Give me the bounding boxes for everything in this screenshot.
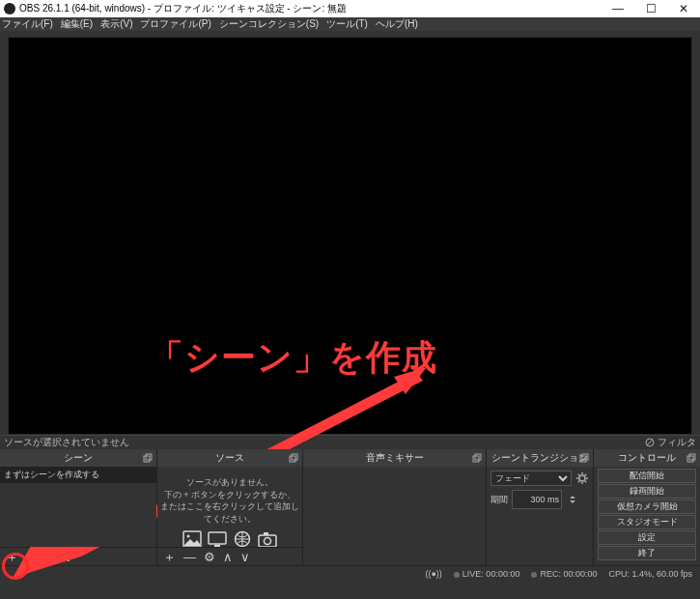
controls-panel: コントロール 配信開始 録画開始 仮想カメラ開始 スタジオモード 設定 終了 xyxy=(594,449,700,565)
svg-point-22 xyxy=(579,475,585,481)
svg-rect-20 xyxy=(580,456,586,462)
sources-list[interactable]: ソースがありません。 下の + ボタンをクリックするか、 またはここを右クリック… xyxy=(157,467,302,547)
status-bar: ((●)) LIVE: 00:00:00 REC: 00:00:00 CPU: … xyxy=(0,565,700,582)
svg-rect-18 xyxy=(473,456,479,462)
menubar: ファイル(F) 編集(E) 表示(V) プロファイル(P) シーンコレクション(… xyxy=(0,17,700,31)
menu-help[interactable]: ヘルプ(H) xyxy=(376,17,418,31)
filter-icon xyxy=(645,438,655,447)
maximize-button[interactable]: ☐ xyxy=(634,0,667,17)
sources-empty-2: 下の + ボタンをクリックするか、 xyxy=(157,489,302,501)
start-streaming-button[interactable]: 配信開始 xyxy=(598,469,696,483)
scenes-panel: シーン まずはシーンを作成する ＋ — ∧ ∨ xyxy=(0,449,157,565)
scene-down-button[interactable]: ∨ xyxy=(64,551,73,563)
menu-file[interactable]: ファイル(F) xyxy=(2,17,53,31)
sources-empty-1: ソースがありません。 xyxy=(157,476,302,489)
controls-header[interactable]: コントロール xyxy=(594,449,700,467)
menu-view[interactable]: 表示(V) xyxy=(100,17,132,31)
annotation-text: 「シーン」を作成 xyxy=(149,334,437,382)
duration-stepper[interactable] xyxy=(566,493,579,506)
svg-rect-9 xyxy=(292,454,297,460)
sources-toolbar: ＋ — ⚙ ∧ ∨ xyxy=(157,547,302,565)
window-title: OBS 26.1.1 (64-bit, windows) - プロファイル: ツ… xyxy=(19,2,602,15)
duration-input[interactable] xyxy=(512,490,562,509)
source-down-button[interactable]: ∨ xyxy=(240,551,250,563)
svg-line-27 xyxy=(578,474,579,475)
sources-header[interactable]: ソース xyxy=(157,449,302,467)
exit-button[interactable]: 終了 xyxy=(598,546,696,560)
svg-point-11 xyxy=(187,535,190,538)
popout-icon[interactable] xyxy=(686,453,696,463)
menu-tools[interactable]: ツール(T) xyxy=(326,17,368,31)
titlebar: OBS 26.1.1 (64-bit, windows) - プロファイル: ツ… xyxy=(0,0,700,17)
source-add-button[interactable]: ＋ xyxy=(163,551,176,563)
source-up-button[interactable]: ∧ xyxy=(223,551,233,563)
cpu-fps: CPU: 1.4%, 60.00 fps xyxy=(608,569,692,579)
obs-window: OBS 26.1.1 (64-bit, windows) - プロファイル: ツ… xyxy=(0,0,700,599)
obs-logo-icon xyxy=(4,3,15,14)
source-settings-button[interactable]: ⚙ xyxy=(204,551,215,563)
svg-line-28 xyxy=(585,481,586,482)
duration-label: 期間 xyxy=(490,494,508,506)
start-virtual-cam-button[interactable]: 仮想カメラ開始 xyxy=(598,499,696,514)
no-source-label: ソースが選択されていません xyxy=(4,436,129,449)
svg-rect-32 xyxy=(689,454,695,460)
preview-statusline: ソースが選択されていません フィルタ xyxy=(0,435,700,449)
transition-settings-button[interactable] xyxy=(575,471,589,485)
scenes-toolbar: ＋ — ∧ ∨ xyxy=(0,547,156,565)
svg-rect-31 xyxy=(687,456,693,462)
stream-indicator-icon: ((●)) xyxy=(425,569,441,579)
menu-profile[interactable]: プロファイル(P) xyxy=(140,17,210,31)
display-source-icon xyxy=(208,530,227,547)
scenes-list[interactable] xyxy=(0,483,156,547)
rec-timer: REC: 00:00:00 xyxy=(531,569,597,579)
sources-type-icons xyxy=(157,530,302,547)
scene-add-button[interactable]: ＋ xyxy=(6,551,18,563)
filter-label: フィルタ xyxy=(658,436,696,449)
svg-rect-19 xyxy=(475,454,481,460)
scene-up-button[interactable]: ∧ xyxy=(46,551,56,563)
transitions-header[interactable]: シーントランジション xyxy=(487,449,593,467)
scene-remove-button[interactable]: — xyxy=(26,551,39,563)
popout-icon[interactable] xyxy=(472,453,482,463)
popout-icon[interactable] xyxy=(143,453,153,463)
svg-line-29 xyxy=(578,481,579,482)
start-recording-button[interactable]: 録画開始 xyxy=(598,484,696,499)
studio-mode-button[interactable]: スタジオモード xyxy=(598,515,696,529)
svg-line-30 xyxy=(585,474,586,475)
svg-rect-8 xyxy=(290,456,295,462)
transitions-panel: シーントランジション フェード 期間 xyxy=(487,449,594,565)
svg-rect-13 xyxy=(214,545,220,547)
sources-empty-3: またはここを右クリックして追加してください。 xyxy=(157,500,302,525)
svg-rect-16 xyxy=(264,532,268,535)
mixer-body[interactable] xyxy=(303,467,486,565)
image-source-icon xyxy=(182,530,202,547)
docks: シーン まずはシーンを作成する ＋ — ∧ ∨ ソース ソースがありません。 下… xyxy=(0,449,700,565)
browser-source-icon xyxy=(233,530,252,547)
popout-icon[interactable] xyxy=(579,453,589,463)
menu-scene-collection[interactable]: シーンコレクション(S) xyxy=(219,17,319,31)
menu-edit[interactable]: 編集(E) xyxy=(61,17,93,31)
transition-select[interactable]: フェード xyxy=(490,471,572,486)
svg-rect-7 xyxy=(146,454,152,460)
svg-point-17 xyxy=(265,538,271,545)
camera-source-icon xyxy=(258,530,277,547)
filter-button[interactable]: フィルタ xyxy=(645,436,696,449)
source-remove-button[interactable]: — xyxy=(183,551,196,563)
popout-icon[interactable] xyxy=(289,453,298,463)
sources-panel: ソース ソースがありません。 下の + ボタンをクリックするか、 またはここを右… xyxy=(157,449,303,565)
svg-rect-12 xyxy=(209,532,226,544)
svg-rect-6 xyxy=(144,456,150,462)
settings-button[interactable]: 設定 xyxy=(598,530,696,545)
live-timer: LIVE: 00:00:00 xyxy=(454,569,520,579)
mixer-panel: 音声ミキサー xyxy=(303,449,487,565)
close-button[interactable]: ✕ xyxy=(667,0,700,17)
scenes-hint: まずはシーンを作成する xyxy=(0,467,156,483)
minimize-button[interactable]: — xyxy=(602,0,634,17)
mixer-header[interactable]: 音声ミキサー xyxy=(303,449,486,467)
scenes-header[interactable]: シーン xyxy=(0,449,156,467)
svg-line-5 xyxy=(647,440,653,445)
svg-rect-21 xyxy=(582,454,588,460)
